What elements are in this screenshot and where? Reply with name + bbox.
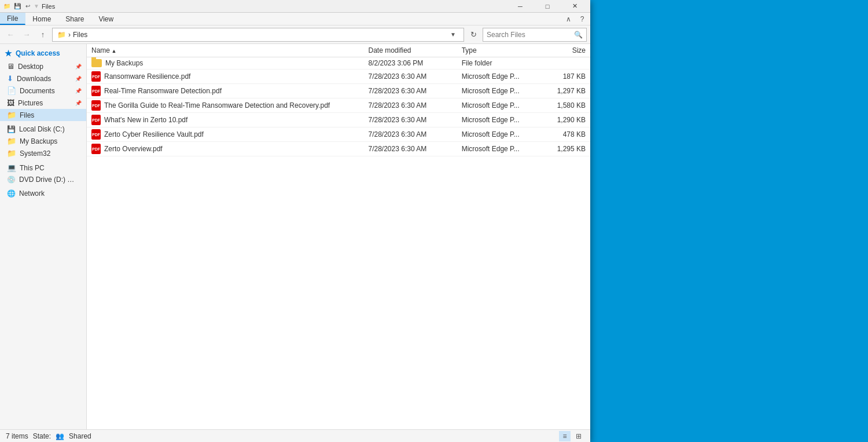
title-bar-icons: 📁 💾 ↩ ▼	[2, 2, 39, 11]
sidebar-system32-label: System32	[20, 149, 50, 158]
sidebar-local-disk-label: Local Disk (C:)	[19, 125, 65, 133]
table-row[interactable]: PDF Real-Time Ransomware Detection.pdf 7…	[87, 84, 590, 98]
file-name: Real-Time Ransomware Detection.pdf	[104, 87, 222, 95]
search-input[interactable]	[487, 31, 574, 39]
search-icon: 🔍	[574, 31, 583, 39]
status-bar: 7 items State: 👥 Shared ≡ ⊞	[0, 429, 590, 442]
table-row[interactable]: PDF Zerto Overview.pdf 7/28/2023 6:30 AM…	[87, 142, 590, 156]
back-button: ←	[3, 28, 17, 42]
sidebar-this-pc-label: This PC	[20, 164, 45, 172]
sidebar-desktop-label: Desktop	[18, 63, 43, 71]
col-date-modified[interactable]: Date modified	[364, 44, 457, 57]
shared-label: Shared	[69, 432, 91, 440]
pdf-icon: PDF	[91, 115, 101, 125]
folder-title-icon: 📁	[2, 2, 12, 11]
quick-access-icon: ★	[5, 49, 12, 58]
table-row[interactable]: My Backups 8/2/2023 3:06 PM File folder	[87, 57, 590, 70]
minimize-button[interactable]: ─	[507, 0, 534, 13]
path-separator: ›	[68, 31, 71, 39]
file-type: Microsoft Edge P...	[457, 98, 546, 113]
file-name-cell: PDF Zerto Overview.pdf	[87, 142, 364, 156]
pdf-icon: PDF	[91, 100, 101, 111]
file-name: What's New in Zerto 10.pdf	[104, 116, 187, 124]
menu-home[interactable]: Home	[25, 13, 58, 25]
file-size: 1,580 KB	[545, 98, 590, 113]
menu-share[interactable]: Share	[58, 13, 91, 25]
address-box[interactable]: 📁 › Files ▼	[52, 28, 464, 42]
this-pc-icon-sidebar: 💻	[7, 163, 16, 172]
menu-collapse-icon[interactable]: ∧	[562, 13, 574, 25]
sidebar-item-desktop[interactable]: 🖥 Desktop 📌	[0, 60, 86, 72]
file-name: The Gorilla Guide to Real-Time Ransomwar…	[104, 101, 330, 109]
sidebar-downloads-label: Downloads	[17, 75, 51, 83]
pdf-icon: PDF	[91, 144, 101, 154]
file-name-cell: PDF The Gorilla Guide to Real-Time Ranso…	[87, 98, 364, 113]
menu-bar: File Home Share View ∧ ?	[0, 13, 590, 25]
sidebar-item-this-pc[interactable]: 💻 This PC	[0, 162, 86, 174]
downloads-icon-sidebar: ⬇	[7, 74, 13, 83]
table-row[interactable]: PDF Zerto Cyber Resilience Vault.pdf 7/2…	[87, 127, 590, 142]
view-tiles-button[interactable]: ⊞	[573, 431, 584, 441]
file-date: 7/28/2023 6:30 AM	[364, 113, 457, 127]
file-type: File folder	[457, 57, 546, 70]
pdf-icon: PDF	[91, 86, 101, 96]
sidebar-item-network[interactable]: 🌐 Network	[0, 188, 86, 199]
file-date: 7/28/2023 6:30 AM	[364, 127, 457, 142]
file-name-cell: PDF Real-Time Ransomware Detection.pdf	[87, 84, 364, 98]
sidebar-documents-label: Documents	[20, 87, 55, 95]
search-box[interactable]: 🔍	[483, 28, 587, 42]
file-name-cell: PDF Zerto Cyber Resilience Vault.pdf	[87, 127, 364, 142]
path-folder-name: Files	[73, 31, 87, 39]
table-row[interactable]: PDF What's New in Zerto 10.pdf 7/28/2023…	[87, 113, 590, 127]
file-name-cell: PDF What's New in Zerto 10.pdf	[87, 113, 364, 127]
window-title: Files	[42, 3, 507, 10]
file-date: 7/28/2023 6:30 AM	[364, 70, 457, 84]
sidebar-my-backups-label: My Backups	[20, 137, 57, 145]
hdd-icon-sidebar: 💾	[7, 125, 16, 133]
menu-file[interactable]: File	[0, 13, 25, 25]
view-details-button[interactable]: ≡	[559, 431, 571, 441]
sidebar-item-my-backups[interactable]: 📁 My Backups	[0, 135, 86, 147]
file-size: 1,290 KB	[545, 113, 590, 127]
sidebar-item-local-disk[interactable]: 💾 Local Disk (C:)	[0, 123, 86, 135]
table-row[interactable]: PDF The Gorilla Guide to Real-Time Ranso…	[87, 98, 590, 113]
maximize-button[interactable]: □	[534, 0, 561, 13]
menu-view[interactable]: View	[91, 13, 121, 25]
file-date: 7/28/2023 6:30 AM	[364, 84, 457, 98]
file-name: Ransomware Resilience.pdf	[104, 72, 190, 81]
col-type[interactable]: Type	[457, 44, 546, 57]
close-button[interactable]: ✕	[561, 0, 588, 13]
menu-help-icon[interactable]: ?	[576, 13, 588, 25]
up-button[interactable]: ↑	[36, 28, 50, 42]
refresh-button[interactable]: ↻	[466, 28, 480, 42]
file-date: 8/2/2023 3:06 PM	[364, 57, 457, 70]
sidebar-item-documents[interactable]: 📄 Documents 📌	[0, 85, 86, 97]
sidebar-item-dvd-drive[interactable]: 💿 DVD Drive (D:) SSS_X1	[0, 174, 86, 185]
pdf-icon: PDF	[91, 129, 101, 140]
system32-icon-sidebar: 📁	[7, 149, 16, 158]
sidebar-item-files[interactable]: 📁 Files	[0, 109, 86, 121]
forward-button: →	[20, 28, 34, 42]
col-size[interactable]: Size	[545, 44, 590, 57]
files-icon-sidebar: 📁	[7, 111, 16, 119]
my-backups-icon-sidebar: 📁	[7, 137, 16, 145]
sidebar-pictures-label: Pictures	[18, 99, 43, 107]
sidebar-item-pictures[interactable]: 🖼 Pictures 📌	[0, 97, 86, 109]
sidebar-item-system32[interactable]: 📁 System32	[0, 147, 86, 159]
sidebar-item-downloads[interactable]: ⬇ Downloads 📌	[0, 72, 86, 85]
path-folder-icon: 📁	[57, 31, 66, 39]
file-date: 7/28/2023 6:30 AM	[364, 142, 457, 156]
table-row[interactable]: PDF Ransomware Resilience.pdf 7/28/2023 …	[87, 70, 590, 84]
sidebar-quick-access-header[interactable]: ★ Quick access	[0, 46, 86, 60]
file-type: Microsoft Edge P...	[457, 113, 546, 127]
main-content: ★ Quick access 🖥 Desktop 📌 ⬇ Downloads 📌…	[0, 44, 590, 429]
address-dropdown-btn[interactable]: ▼	[447, 28, 459, 41]
pictures-icon-sidebar: 🖼	[7, 98, 14, 107]
title-bar-dropdown-icon[interactable]: ▼	[34, 3, 39, 9]
sidebar-dvd-label: DVD Drive (D:) SSS_X1	[19, 176, 77, 184]
col-name[interactable]: Name	[87, 44, 364, 57]
pdf-icon: PDF	[91, 71, 101, 82]
file-type: Microsoft Edge P...	[457, 70, 546, 84]
file-name: My Backups	[105, 59, 143, 67]
file-name: Zerto Cyber Resilience Vault.pdf	[104, 130, 204, 138]
